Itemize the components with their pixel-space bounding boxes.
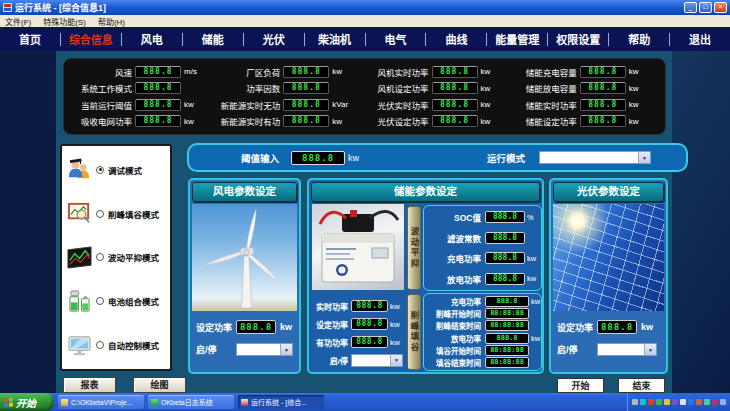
led-display: 888.8 xyxy=(580,99,626,111)
run-mode-value xyxy=(540,152,638,163)
radio-peak-shaving-mode[interactable] xyxy=(96,210,104,218)
radio-battery-combo-mode[interactable] xyxy=(96,297,104,305)
monitor-icon xyxy=(67,333,92,358)
tray-icon[interactable] xyxy=(720,399,726,405)
chevron-down-icon[interactable]: ▼ xyxy=(390,355,402,366)
taskbar-task-explorer[interactable]: C:\OKbetaV\Proje... xyxy=(58,395,144,409)
metric-label: 风机设定功率 xyxy=(365,82,429,94)
metric-unit: kw xyxy=(481,117,491,126)
taskbar-task-run-system[interactable]: 运行系统 - [综合... xyxy=(238,395,324,409)
start-menu-button[interactable]: 开始 xyxy=(0,393,54,411)
tray-icon[interactable] xyxy=(664,399,670,405)
radio-smoothing-mode[interactable] xyxy=(96,253,104,261)
nav-item-help[interactable]: 帮助 xyxy=(609,31,669,47)
mode-label: 削峰填谷模式 xyxy=(108,208,159,220)
close-icon[interactable]: × xyxy=(714,2,727,13)
start-label: 开始 xyxy=(16,395,36,410)
solar-start-stop-select[interactable]: ▼ xyxy=(597,343,657,356)
metric-row: 储能实时功率888.8kw xyxy=(513,97,661,112)
nav-item-electric[interactable]: 电气 xyxy=(366,31,426,47)
maximize-icon[interactable]: □ xyxy=(699,2,712,13)
metric-row: 储能充电容量888.8kw xyxy=(513,64,661,79)
draw-button[interactable]: 绘图 xyxy=(133,377,186,393)
storage-set-power-input[interactable]: 888.8 xyxy=(351,318,388,330)
led-display: 88:88:88 xyxy=(485,357,529,368)
led-display: 888.8 xyxy=(283,82,329,94)
nav-item-storage[interactable]: 储能 xyxy=(183,31,243,47)
tray-icon[interactable] xyxy=(712,399,718,405)
taskbar-task-log-system[interactable]: OKbeta日志系统 xyxy=(148,395,234,409)
windows-flag-icon xyxy=(4,397,13,407)
menu-bar: 文件(F) 特殊功能(S) 帮助(H) xyxy=(0,15,730,27)
nav-item-home[interactable]: 首页 xyxy=(0,31,60,47)
tray-icon[interactable] xyxy=(704,399,710,405)
wind-start-stop-row: 启/停 ▼ xyxy=(196,343,293,356)
control-bar: 阈值输入 888.8 kw 运行模式 ▼ xyxy=(187,143,688,172)
metric-unit: kw xyxy=(481,84,491,93)
storage-row: 实时功率888.8kw xyxy=(311,297,407,315)
mode-row-peak-shaving[interactable]: 削峰填谷模式 xyxy=(62,201,170,226)
end-button[interactable]: 结束 xyxy=(618,378,665,393)
metric-row: 风机实时功率888.8kw xyxy=(365,64,513,79)
tray-icon[interactable] xyxy=(632,399,638,405)
tray-icon[interactable] xyxy=(696,399,702,405)
metric-row: 风机设定功率888.8kw xyxy=(365,81,513,96)
storage-start-stop-select[interactable]: ▼ xyxy=(351,354,403,367)
taskbar: 开始 C:\OKbetaV\Proje... OKbeta日志系统 运行系统 -… xyxy=(0,393,730,411)
nav-item-diesel[interactable]: 柴油机 xyxy=(305,31,365,47)
radio-debug-mode[interactable] xyxy=(96,166,104,174)
menu-help[interactable]: 帮助(H) xyxy=(98,16,125,27)
tray-icon[interactable] xyxy=(672,399,678,405)
tray-icon[interactable] xyxy=(680,399,686,405)
metric-label: 当前运行阈值 xyxy=(68,99,132,111)
run-mode-select[interactable]: ▼ xyxy=(539,151,651,164)
led-display: 888.8 xyxy=(135,115,181,127)
nav-item-solar[interactable]: 光伏 xyxy=(244,31,304,47)
nav-item-permissions[interactable]: 权限设置 xyxy=(548,31,608,47)
led-display: 888.8 xyxy=(485,273,525,285)
storage-left-controls: 实时功率888.8kw 设定功率888.8kw 有功功率888.8kw 启/停 … xyxy=(311,297,407,369)
metric-row: 风速888.8m/s xyxy=(68,64,216,79)
start-stop-label: 启/停 xyxy=(311,355,348,366)
mode-row-debug[interactable]: 调试模式 xyxy=(62,157,170,182)
metric-label: 功率因数 xyxy=(216,82,280,94)
menu-file[interactable]: 文件(F) xyxy=(5,16,31,27)
mode-row-battery-combo[interactable]: 电池组合模式 xyxy=(62,289,170,314)
chevron-down-icon[interactable]: ▼ xyxy=(280,344,292,355)
nav-item-curves[interactable]: 曲线 xyxy=(426,31,486,47)
threshold-input[interactable]: 888.8 xyxy=(291,151,345,165)
tray-icon[interactable] xyxy=(640,399,646,405)
nav-item-wind[interactable]: 风电 xyxy=(122,31,182,47)
wind-start-stop-select[interactable]: ▼ xyxy=(236,343,293,356)
tray-icon[interactable] xyxy=(688,399,694,405)
mode-row-auto-control[interactable]: 自动控制模式 xyxy=(62,333,170,358)
right-margin-strip xyxy=(672,51,730,393)
radio-auto-control-mode[interactable] xyxy=(96,341,104,349)
mode-row-smoothing[interactable]: 波动平抑模式 xyxy=(62,245,170,270)
log-app-icon xyxy=(151,399,158,406)
chevron-down-icon[interactable]: ▼ xyxy=(644,344,656,355)
folder-icon xyxy=(61,399,68,406)
start-stop-label: 启/停 xyxy=(196,343,236,356)
battery-image xyxy=(312,204,404,290)
metric-row: 系统工作模式888.8 xyxy=(68,81,216,96)
report-button[interactable]: 报表 xyxy=(63,377,116,393)
tray-icon[interactable] xyxy=(648,399,654,405)
set-power-unit: kw xyxy=(280,322,292,332)
nav-item-energy-mgmt[interactable]: 能量管理 xyxy=(487,31,547,47)
metric-unit: kw xyxy=(629,84,639,93)
wind-set-power-input[interactable]: 888.8 xyxy=(236,320,276,334)
nav-item-exit[interactable]: 退出 xyxy=(670,31,730,47)
metrics-column-4: 储能充电容量888.8kw 储能放电容量888.8kw 储能实时功率888.8k… xyxy=(513,64,661,129)
led-display: 888.8 xyxy=(283,99,329,111)
tray-icon[interactable] xyxy=(656,399,662,405)
menu-special[interactable]: 特殊功能(S) xyxy=(43,16,86,27)
battery-combo-icon xyxy=(67,289,92,314)
minimize-icon[interactable]: _ xyxy=(684,2,697,13)
solar-set-power-input[interactable]: 888.8 xyxy=(597,320,637,334)
led-display: 888.8 xyxy=(135,99,181,111)
nav-item-overview[interactable]: 综合信息 xyxy=(61,31,121,47)
chevron-down-icon[interactable]: ▼ xyxy=(638,152,650,163)
start-button[interactable]: 开始 xyxy=(557,378,604,393)
system-tray xyxy=(627,393,730,411)
